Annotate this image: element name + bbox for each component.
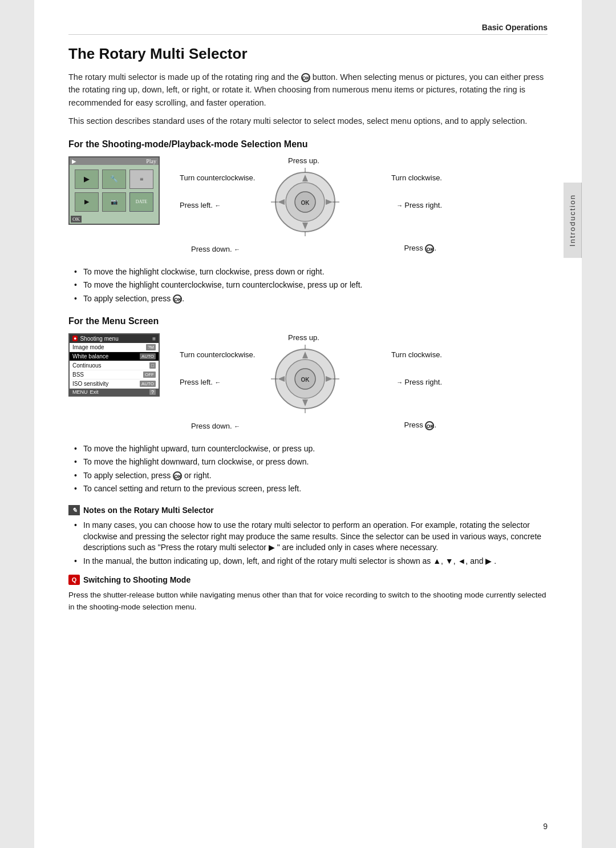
page-number: 9 <box>543 822 548 831</box>
screen-play-label: Play <box>146 158 156 164</box>
label-turn-cw-1: Turn clockwise. <box>391 173 442 182</box>
label-press-up-1: Press up. <box>288 156 319 165</box>
label-turn-cw-2: Turn clockwise. <box>391 350 442 359</box>
menu-screen-box: ● Shooting menu ≡ Image mode ?M White ba… <box>68 333 160 397</box>
label-press-left-1: Press left. ← <box>180 201 221 209</box>
menu-screen-mockup: ● Shooting menu ≡ Image mode ?M White ba… <box>68 333 163 397</box>
menu-camera-icon: ● <box>72 336 78 341</box>
page-title: The Rotary Multi Selector <box>68 45 548 63</box>
playback-screen-mockup: ▶ Play ▶ 🔧 ≡ ▶ 📷 DATE OK <box>68 156 163 225</box>
svg-text:OK: OK <box>301 377 310 383</box>
menu-row-iso: ISO sensitivity AUTO <box>70 379 159 389</box>
bullet-2-2: To move the highlight downward, turn clo… <box>74 457 548 468</box>
screen-bottom-badge: OK <box>71 216 82 223</box>
ok-symbol: OK <box>301 73 310 82</box>
menu-screen-footer: MENU Exit ? <box>70 389 159 395</box>
switching-section: Q Switching to Shooting Mode Press the s… <box>68 575 548 613</box>
bullet-2-1: To move the highlight upward, turn count… <box>74 443 548 455</box>
label-turn-ccw-1: Turn counterclockwise. <box>180 173 255 182</box>
bullet-2-4: To cancel setting and return to the prev… <box>74 483 548 495</box>
header-bar: Basic Operations <box>68 23 548 35</box>
screen-icon-list: ≡ <box>129 169 153 189</box>
menu-header-label: Shooting menu <box>80 336 118 342</box>
menu-bullets: To move the highlight upward, turn count… <box>74 443 548 495</box>
label-turn-ccw-2: Turn counterclockwise. <box>180 350 255 359</box>
note-bullet-2: In the manual, the button indicating up,… <box>74 556 548 567</box>
screen-icon-play: ▶ <box>75 169 99 189</box>
rotary-diagram-2: Press up. Turn counterclockwise. Turn cl… <box>180 333 442 433</box>
side-tab: Introduction <box>564 183 582 258</box>
menu-row-white-balance: White balance AUTO <box>70 352 159 361</box>
shooting-diagram-row: ▶ Play ▶ 🔧 ≡ ▶ 📷 DATE OK Press up. <box>68 156 548 256</box>
bullet-1-1: To move the highlight clockwise, turn cl… <box>74 266 548 278</box>
shooting-section-heading: For the Shooting-mode/Playback-mode Sele… <box>68 139 548 150</box>
rotary-svg-1: OK <box>271 168 339 236</box>
menu-diagram-row: ● Shooting menu ≡ Image mode ?M White ba… <box>68 333 548 433</box>
screen-icon-camera: 📷 <box>102 192 126 212</box>
screen-box-1: ▶ Play ▶ 🔧 ≡ ▶ 📷 DATE OK <box>68 156 160 225</box>
label-press-up-2: Press up. <box>288 333 319 342</box>
note-bullet-1: In many cases, you can choose how to use… <box>74 520 548 554</box>
label-press-ok-1: Press OK. <box>404 244 436 253</box>
bullet-1-3: To apply selection, press OK. <box>74 293 548 305</box>
notes-heading-text: Notes on the Rotary Multi Selector <box>83 506 214 515</box>
bullet-1-2: To move the highlight counterclockwise, … <box>74 280 548 291</box>
menu-section-heading: For the Menu Screen <box>68 316 548 326</box>
notes-heading: ✎ Notes on the Rotary Multi Selector <box>68 505 548 515</box>
menu-row-image-mode: Image mode ?M <box>70 343 159 352</box>
svg-text:OK: OK <box>301 200 310 206</box>
screen-icon-play2: ▶ <box>75 192 99 212</box>
ok-badge-2: OK <box>425 421 434 430</box>
screen-icon-date: DATE <box>129 192 153 212</box>
rotary-diagram-1: Press up. Turn counterclockwise. Turn cl… <box>180 156 442 256</box>
screen-icon-wrench: 🔧 <box>102 169 126 189</box>
rotary-svg-2: OK <box>271 345 339 413</box>
notes-bullets: In many cases, you can choose how to use… <box>74 520 548 567</box>
screen-top-bar-1: ▶ Play <box>70 158 159 165</box>
label-press-ok-2: Press OK. <box>404 421 436 430</box>
switching-heading: Q Switching to Shooting Mode <box>68 575 548 585</box>
menu-row-bss: BSS OFF <box>70 370 159 379</box>
ok-badge-inline-2: OK <box>173 471 182 480</box>
ok-badge-1: OK <box>425 244 434 253</box>
label-press-down-1: Press down. ← <box>191 245 240 253</box>
label-press-left-2: Press left. ← <box>180 378 221 386</box>
menu-row-continuous: Continuous □ <box>70 361 159 370</box>
ok-badge-inline: OK <box>173 294 182 304</box>
switching-heading-text: Switching to Shooting Mode <box>83 575 191 584</box>
notes-section: ✎ Notes on the Rotary Multi Selector In … <box>68 505 548 567</box>
label-press-right-1: → Press right. <box>396 201 442 209</box>
menu-screen-header: ● Shooting menu ≡ <box>70 334 159 343</box>
switching-text: Press the shutter-release button while n… <box>68 589 548 613</box>
bullet-2-3: To apply selection, press OK or right. <box>74 470 548 482</box>
screen-top-left: ▶ <box>72 158 76 164</box>
menu-header-icon: ≡ <box>152 336 156 342</box>
label-press-right-2: → Press right. <box>396 378 442 386</box>
intro-paragraph-1: The rotary multi selector is made up of … <box>68 71 548 109</box>
notes-icon: ✎ <box>68 505 80 515</box>
label-press-down-2: Press down. ← <box>191 422 240 430</box>
section-title: Basic Operations <box>482 23 548 32</box>
intro-paragraph-2: This section describes standard uses of … <box>68 115 548 127</box>
page: Basic Operations Introduction The Rotary… <box>34 0 582 848</box>
shooting-bullets: To move the highlight clockwise, turn cl… <box>74 266 548 305</box>
shooting-mode-icon: Q <box>68 575 80 585</box>
